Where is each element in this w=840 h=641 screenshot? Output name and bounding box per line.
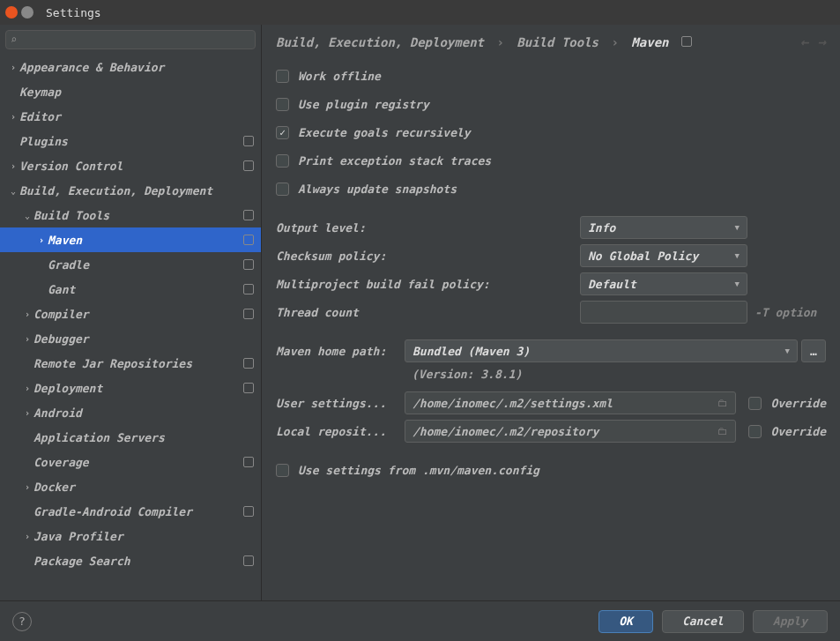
tree-label: Compiler: [33, 308, 243, 321]
tree-label: Editor: [19, 110, 254, 123]
tree-item-package-search[interactable]: Package Search: [0, 548, 261, 573]
folder-icon[interactable]: 🗀: [717, 397, 728, 409]
tree-arrow-icon: ⌄: [7, 186, 19, 196]
tree-item-keymap[interactable]: Keymap: [0, 79, 261, 104]
dialog-footer: ? OK Cancel Apply: [0, 600, 840, 641]
chevron-down-icon: ▼: [735, 223, 740, 232]
tree-item-maven[interactable]: ›Maven: [0, 227, 261, 252]
checksum-select[interactable]: No Global Policy▼: [580, 244, 747, 267]
tree-arrow-icon: ›: [21, 334, 33, 344]
search-input[interactable]: [5, 30, 256, 49]
print-stack-checkbox[interactable]: [276, 154, 289, 168]
breadcrumb-part[interactable]: Build, Execution, Deployment: [276, 35, 484, 49]
user-settings-override-checkbox[interactable]: [748, 397, 762, 410]
checksum-label: Checksum policy:: [276, 250, 580, 263]
user-settings-label: User settings...: [276, 397, 405, 410]
project-scope-icon: [243, 210, 254, 220]
window-title: Settings: [46, 6, 101, 19]
chevron-down-icon: ▼: [735, 280, 740, 288]
multi-fail-select[interactable]: Default▼: [580, 272, 747, 295]
plugin-registry-label: Use plugin registry: [298, 98, 429, 111]
breadcrumb-current: Maven: [631, 35, 668, 49]
tree-label: Deployment: [33, 382, 243, 395]
tree-item-android[interactable]: ›Android: [0, 400, 261, 425]
window-minimize-icon[interactable]: [21, 6, 33, 19]
exec-recursive-checkbox[interactable]: [276, 126, 289, 139]
tree-item-build-tools[interactable]: ⌄Build Tools: [0, 203, 261, 227]
settings-header: Build, Execution, Deployment › Build Too…: [262, 25, 840, 59]
user-settings-override-label: Override: [770, 397, 826, 410]
tree-item-debugger[interactable]: ›Debugger: [0, 326, 261, 351]
tree-label: Version Control: [19, 160, 243, 173]
always-update-checkbox[interactable]: [276, 183, 289, 196]
work-offline-label: Work offline: [298, 70, 381, 83]
local-repo-input[interactable]: /home/inomec/.m2/repository🗀: [405, 420, 736, 443]
tree-item-application-servers[interactable]: Application Servers: [0, 425, 261, 450]
tree-label: Maven: [48, 234, 243, 247]
tree-arrow-icon: ›: [35, 235, 48, 245]
settings-main: Build, Execution, Deployment › Build Too…: [262, 25, 840, 600]
maven-home-browse-button[interactable]: …: [801, 339, 826, 362]
tree-label: Debugger: [33, 332, 254, 346]
tree-item-deployment[interactable]: ›Deployment: [0, 376, 261, 400]
tree-item-appearance-behavior[interactable]: ›Appearance & Behavior: [0, 55, 261, 79]
local-repo-override-label: Override: [770, 425, 826, 438]
tree-item-editor[interactable]: ›Editor: [0, 104, 261, 129]
tree-arrow-icon: ›: [21, 532, 33, 541]
breadcrumb-part[interactable]: Build Tools: [517, 35, 598, 49]
tree-label: Android: [33, 406, 254, 420]
project-scope-icon: [243, 555, 254, 566]
project-scope-icon: [243, 284, 254, 294]
local-repo-override-checkbox[interactable]: [748, 425, 762, 438]
always-update-label: Always update snapshots: [298, 183, 457, 196]
search-container: ⌕: [0, 25, 261, 55]
tree-label: Application Servers: [33, 431, 254, 444]
output-level-label: Output level:: [276, 221, 580, 235]
tree-item-plugins[interactable]: Plugins: [0, 129, 261, 153]
tree-label: Java Profiler: [33, 530, 254, 543]
tree-item-compiler[interactable]: ›Compiler: [0, 302, 261, 326]
tree-item-docker[interactable]: ›Docker: [0, 474, 261, 499]
tree-item-version-control[interactable]: ›Version Control: [0, 153, 261, 178]
window-close-icon[interactable]: [5, 6, 18, 19]
maven-home-select[interactable]: Bundled (Maven 3)▼: [405, 339, 798, 362]
plugin-registry-checkbox[interactable]: [276, 98, 289, 111]
thread-count-hint: -T option: [755, 306, 816, 319]
tree-item-gradle[interactable]: Gradle: [0, 252, 261, 277]
tree-item-gradle-android-compiler[interactable]: Gradle-Android Compiler: [0, 499, 261, 524]
help-button[interactable]: ?: [12, 612, 32, 631]
exec-recursive-label: Execute goals recursively: [298, 126, 471, 139]
tree-item-build-execution-deployment[interactable]: ⌄Build, Execution, Deployment: [0, 178, 261, 203]
tree-item-remote-jar-repositories[interactable]: Remote Jar Repositories: [0, 351, 261, 376]
folder-icon[interactable]: 🗀: [717, 425, 728, 437]
nav-forward-icon[interactable]: →: [817, 34, 826, 50]
maven-home-label: Maven home path:: [276, 345, 405, 358]
tree-arrow-icon: ⌄: [21, 211, 33, 220]
tree-arrow-icon: ›: [7, 112, 19, 122]
tree-arrow-icon: ›: [21, 384, 33, 393]
project-scope-icon: [243, 383, 254, 393]
settings-tree: ›Appearance & BehaviorKeymap›EditorPlugi…: [0, 55, 261, 600]
project-scope-icon: [243, 160, 254, 171]
ok-button[interactable]: OK: [598, 610, 653, 633]
tree-label: Plugins: [19, 135, 243, 148]
tree-label: Docker: [33, 481, 254, 494]
thread-count-input[interactable]: [580, 301, 747, 324]
local-repo-label: Local reposit...: [276, 425, 405, 438]
mvn-config-checkbox[interactable]: [276, 464, 289, 477]
tree-item-gant[interactable]: Gant: [0, 277, 261, 302]
project-scope-icon: [243, 309, 254, 319]
tree-label: Remote Jar Repositories: [33, 357, 243, 370]
output-level-select[interactable]: Info▼: [580, 216, 747, 239]
tree-item-coverage[interactable]: Coverage: [0, 450, 261, 474]
settings-sidebar: ⌕ ›Appearance & BehaviorKeymap›EditorPlu…: [0, 25, 262, 600]
nav-back-icon[interactable]: ←: [800, 34, 809, 50]
project-scope-icon: [243, 358, 254, 369]
cancel-button[interactable]: Cancel: [662, 610, 744, 633]
apply-button[interactable]: Apply: [753, 610, 828, 633]
user-settings-input[interactable]: /home/inomec/.m2/settings.xml🗀: [405, 391, 736, 414]
tree-item-java-profiler[interactable]: ›Java Profiler: [0, 524, 261, 548]
project-scope-icon: [243, 235, 254, 245]
tree-label: Build, Execution, Deployment: [19, 184, 254, 198]
work-offline-checkbox[interactable]: [276, 70, 289, 83]
